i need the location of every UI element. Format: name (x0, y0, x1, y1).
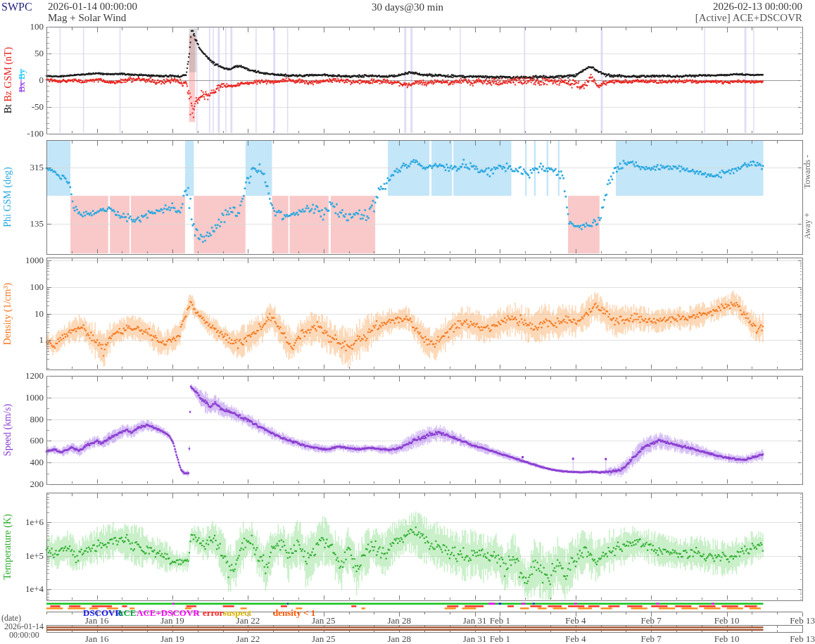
date-tick-upper: Jan 19 (150, 615, 195, 626)
mag-hidden-components-label: Bx By (16, 0, 28, 186)
plot-title: Mag + Solar Wind (48, 12, 126, 24)
y-tick-label: 135 (13, 218, 44, 229)
date-tick-lower: Jan 22 (225, 633, 270, 644)
date-tick-upper: Jan 16 (75, 615, 120, 626)
date-tick-lower: Feb 1 (477, 633, 522, 644)
temperature-axis-label: Temperature (K) (2, 441, 15, 644)
date-tick-upper: Feb 10 (705, 615, 750, 626)
legend-item-error: error (203, 607, 223, 619)
date-tick-upper: Feb 7 (628, 615, 674, 626)
y-tick-label: 1 (13, 334, 44, 346)
legend-item-ace: ACE (117, 607, 136, 619)
y-tick-label: 1000 (13, 255, 44, 266)
date-tick-lower: Jan 19 (150, 633, 195, 644)
y-tick-label: 1e+5 (13, 550, 44, 562)
date-tick-lower: Feb 7 (628, 633, 674, 644)
date-tick-upper: Jan 28 (377, 615, 422, 626)
date-tick-upper: Feb 4 (553, 615, 598, 626)
end-datetime: 2026-02-13 00:00:00 (713, 1, 802, 13)
date-tick-lower: Feb 4 (553, 633, 598, 644)
y-tick-label: 800 (13, 414, 44, 425)
date-tick-lower: Feb 13 (780, 633, 815, 644)
y-tick-label: 1e+4 (13, 583, 44, 595)
y-tick-label: 100 (13, 282, 44, 293)
date-tick-lower: Feb 10 (705, 633, 750, 644)
date-tick-upper: Jan 25 (301, 615, 346, 626)
y-tick-label: 400 (13, 457, 44, 468)
date-tick-lower: Jan 25 (301, 633, 346, 644)
date-tick-lower: Jan 28 (377, 633, 422, 644)
chart-canvas (0, 0, 815, 644)
y-tick-label: 10 (13, 308, 44, 320)
y-tick-label: 200 (13, 479, 44, 490)
y-tick-label: 600 (13, 435, 44, 446)
swpc-solar-wind-figure: SWPC 2026-01-14 00:00:00 30 days@30 min … (0, 0, 815, 644)
date-tick-upper: Jan 22 (225, 615, 270, 626)
date-tick-lower: Jan 16 (75, 633, 120, 644)
y-tick-label: 315 (13, 162, 44, 173)
y-tick-label: 1200 (13, 370, 44, 381)
date-tick-upper: Feb 13 (780, 615, 815, 626)
source-status: [Active] ACE+DSCOVR (695, 12, 802, 24)
date-tick-upper: Feb 1 (477, 615, 522, 626)
phi-sector-label-1: Away + (802, 120, 814, 332)
y-tick-label: 1e+6 (13, 517, 44, 528)
y-tick-label: 1000 (13, 392, 44, 403)
